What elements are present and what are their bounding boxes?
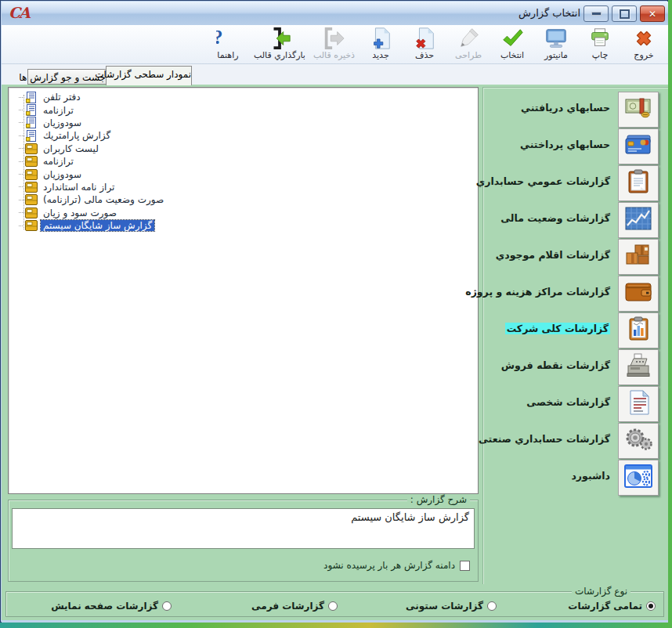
tree-item[interactable]: لیست کاربران: [9, 143, 478, 155]
toolbar-label-print: چاپ: [582, 50, 618, 60]
report-select-window: CA انتخاب گزارش ✕ خروجچاپمانیتورانتخابطر…: [0, 0, 668, 623]
tree-item-label[interactable]: سودوزیان: [41, 169, 84, 180]
tree-item-label[interactable]: لیست کاربران: [41, 143, 101, 154]
category-button[interactable]: [618, 165, 659, 201]
credit-cards-icon: [623, 132, 653, 161]
dashboard-icon: [623, 464, 653, 492]
category-button[interactable]: [618, 276, 659, 312]
category-button[interactable]: [618, 312, 659, 348]
radio-button-selected[interactable]: [646, 601, 656, 611]
tree-item[interactable]: سودوزیان: [9, 117, 478, 129]
radio-button[interactable]: [162, 601, 172, 611]
toolbar-button-exit[interactable]: خروج: [623, 27, 665, 60]
report-page-icon: [25, 92, 38, 103]
window-title: انتخاب گزارش: [518, 7, 580, 19]
maximize-icon: [620, 9, 630, 19]
tree-item-label[interactable]: صورت سود و زیان: [41, 208, 119, 218]
radio-button[interactable]: [487, 601, 497, 611]
tree-item-label[interactable]: ترازنامه: [41, 105, 76, 116]
tab-tree-reports[interactable]: نمودار سطحی گزارشات: [106, 66, 192, 85]
radio-label: گزارشات فرمی: [251, 601, 324, 612]
desktop: { "window": { "title": "انتخاب گزارش", "…: [0, 0, 672, 628]
category-button[interactable]: [618, 202, 659, 238]
line-chart-icon: [623, 206, 653, 234]
drawer-icon: [25, 194, 38, 206]
category-row: گزارشات اقلام موجودي: [483, 238, 668, 275]
tree-item-label[interactable]: ترازنامه: [41, 156, 76, 167]
title-bar[interactable]: CA انتخاب گزارش ✕: [2, 2, 668, 26]
report-type-option[interactable]: گزارشات صفحه نمایش: [51, 601, 172, 612]
tree-item-label[interactable]: تراز نامه استاندارد: [41, 182, 117, 193]
toolbar-button-select[interactable]: انتخاب: [491, 27, 533, 60]
category-label[interactable]: گزارشات وضعیت مالی: [500, 212, 610, 224]
tree-item[interactable]: ترازنامه: [9, 103, 478, 116]
category-label[interactable]: داشبورد: [571, 470, 610, 482]
drawer-icon: [25, 207, 38, 218]
minimize-button[interactable]: [583, 5, 609, 22]
tree-item[interactable]: صورت وضعیت مالی (ترازنامه): [9, 193, 478, 206]
category-row: گزارشات حسابداري صنعتی: [483, 422, 668, 459]
category-label[interactable]: گزارشات اقلام موجودي: [496, 249, 610, 261]
close-button[interactable]: ✕: [640, 5, 665, 22]
category-label[interactable]: حسابهاي دريافتني: [521, 102, 610, 114]
radio-label: گزارشات ستونی: [406, 601, 483, 612]
category-label[interactable]: گزارشات کلی شرکت: [505, 323, 610, 334]
toolbar-label-delete: حذف: [406, 50, 443, 60]
question-icon: ?: [210, 27, 246, 50]
category-label[interactable]: گزارشات مراکز هزینه و پروژه: [465, 286, 610, 298]
boxes-icon: [623, 243, 653, 271]
category-button[interactable]: [618, 128, 659, 164]
category-button[interactable]: [618, 423, 659, 459]
category-button[interactable]: [618, 460, 659, 496]
description-group-label: شرح گزارش :: [407, 494, 470, 505]
category-row: گزارشات مراکز هزینه و پروژه: [483, 275, 668, 312]
tree-item[interactable]: گزارش ساز شایگان سیستم: [9, 219, 478, 232]
drawer-icon: [25, 143, 38, 154]
drawer-icon: [25, 156, 38, 168]
radio-label: گزارشات صفحه نمایش: [51, 601, 158, 612]
toolbar-button-delete[interactable]: حذف: [403, 27, 446, 60]
tree-item-label[interactable]: گزارش پارامتریك: [41, 130, 113, 141]
category-label[interactable]: گزارشات نقطه فروش: [501, 359, 610, 371]
maximize-button[interactable]: [612, 5, 637, 22]
tree-item-label[interactable]: سودوزیان: [41, 117, 84, 128]
report-type-option[interactable]: گزارشات ستونی: [406, 601, 497, 612]
description-textbox[interactable]: گزارش ساز شایگان سیستم: [12, 508, 475, 549]
category-button[interactable]: [618, 349, 659, 385]
toolbar-button-help[interactable]: ?راهنما: [207, 27, 249, 60]
tree-item-label[interactable]: صورت وضعیت مالی (ترازنامه): [41, 194, 166, 205]
tree-item[interactable]: گزارش پارامتریك: [9, 129, 478, 142]
category-button[interactable]: [618, 386, 659, 422]
report-type-option[interactable]: گزارشات فرمی: [251, 601, 338, 612]
category-label[interactable]: گزارشات حسابداري صنعتی: [479, 433, 610, 445]
toolbar-button-print[interactable]: چاپ: [579, 27, 621, 60]
tree-item[interactable]: تراز نامه استاندارد: [9, 181, 478, 193]
ask-range-checkbox[interactable]: [460, 561, 470, 571]
pen-icon: [450, 27, 486, 50]
report-type-option[interactable]: تمامی گزارشات: [568, 601, 656, 612]
svg-text:?: ?: [216, 27, 222, 48]
toolbar-button-load-template[interactable]: بارگذاري قالب: [251, 27, 309, 60]
report-type-group-label: نوع گزارشات: [572, 586, 630, 597]
tree-item[interactable]: ترازنامه: [9, 155, 478, 168]
tree-item[interactable]: دفتر تلفن: [9, 91, 478, 103]
category-sidebar: حسابهاي دريافتنيحسابهاي پرداختنيگزارشات …: [482, 87, 668, 585]
tree-item-label[interactable]: گزارش ساز شایگان سیستم: [41, 220, 154, 231]
toolbar-button-design: طراحی: [447, 27, 490, 60]
wallet-icon: [623, 280, 653, 308]
tree-item[interactable]: صورت سود و زیان: [9, 207, 478, 219]
toolbar-label-load-template: بارگذاري قالب: [254, 50, 305, 60]
category-label[interactable]: گزارشات شخصی: [526, 396, 610, 408]
radio-button[interactable]: [328, 601, 338, 611]
exit-x-icon: [626, 27, 662, 50]
category-label[interactable]: گزارشات عمومي حسابداري: [476, 175, 610, 187]
toolbar-button-monitor[interactable]: مانیتور: [535, 27, 577, 60]
tree-item-label[interactable]: دفتر تلفن: [41, 92, 83, 103]
report-page-icon: [25, 104, 38, 116]
toolbar-button-new[interactable]: جدید: [359, 27, 402, 60]
category-button[interactable]: [618, 239, 659, 275]
category-label[interactable]: حسابهاي پرداختني: [520, 139, 610, 150]
toolbar-label-exit: خروج: [626, 50, 662, 60]
category-button[interactable]: [618, 92, 659, 128]
tree-item[interactable]: سودوزیان: [9, 168, 478, 180]
